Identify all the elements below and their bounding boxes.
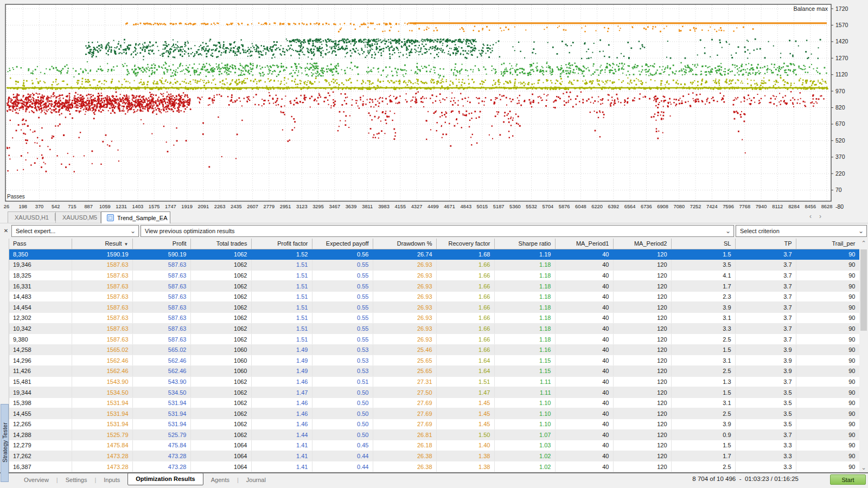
tester-tab-bar: Overview|Settings|InputsOptimization Res… <box>16 473 273 486</box>
scrollbar-thumb[interactable] <box>860 249 867 331</box>
cell-ma-period1: 40 <box>555 451 613 461</box>
column-header-profit[interactable]: Profit <box>132 239 190 249</box>
svg-text:6392: 6392 <box>608 204 620 209</box>
svg-text:5704: 5704 <box>542 204 554 209</box>
tab-scroll-arrows[interactable]: ‹› <box>809 213 829 220</box>
cell-recovery-factor: 1.45 <box>436 397 494 408</box>
cell-total-trades: 1062 <box>190 419 251 430</box>
select-criterion-value: Select criterion <box>740 228 780 234</box>
table-row[interactable]: 9,3801587.63587.6310621.510.5526.931.661… <box>9 334 859 345</box>
column-header-pass[interactable]: Pass <box>9 239 72 249</box>
table-row[interactable]: 16,3871473.28473.2810641.410.4426.381.38… <box>9 461 859 472</box>
table-row[interactable]: 19,3461587.63587.6310621.510.5526.931.66… <box>9 260 859 271</box>
table-row[interactable]: 8,3501590.19590.1910621.520.5626.741.681… <box>9 249 859 260</box>
chevron-down-icon: ⌄ <box>725 226 731 236</box>
tester-tab-journal[interactable]: Journal <box>239 474 273 485</box>
cell-sharpe-ratio: 1.11 <box>494 387 555 398</box>
table-row[interactable]: 12,3021587.63587.6310621.510.5526.931.66… <box>9 313 859 324</box>
svg-text:3983: 3983 <box>378 204 390 209</box>
tab-scroll-right-icon[interactable]: › <box>819 213 829 220</box>
column-header-tp[interactable]: TP <box>735 239 796 249</box>
column-header-sharpe-ratio[interactable]: Sharpe ratio <box>494 239 555 249</box>
tab-xauusd-h1[interactable]: XAUUSD,H1 <box>8 211 55 223</box>
tester-tab-inputs[interactable]: Inputs <box>96 474 127 485</box>
cell-ma-period1: 40 <box>555 397 613 408</box>
svg-text:3467: 3467 <box>329 204 340 209</box>
cell-sl: 2.5 <box>671 334 735 345</box>
table-row[interactable]: 14,4551531.94531.9410621.460.5027.691.45… <box>9 408 859 419</box>
scroll-up-icon[interactable]: ⌃ <box>859 239 868 248</box>
table-row[interactable]: 14,4541587.63587.6310621.510.5526.931.66… <box>9 302 859 313</box>
cell-profit-factor: 1.51 <box>251 334 312 345</box>
column-header-trail-per[interactable]: Trail_per <box>796 239 859 249</box>
cell-profit: 587.63 <box>132 281 190 292</box>
tab-trend-sample-ea[interactable]: Trend_Sample_EA <box>101 211 170 223</box>
svg-text:8628: 8628 <box>821 204 833 209</box>
cell-drawdown-: 26.93 <box>373 281 436 292</box>
start-button[interactable]: Start <box>830 474 866 485</box>
table-row[interactable]: 14,2881525.79525.7910621.440.5026.811.50… <box>9 429 859 440</box>
table-row[interactable]: 14,4831587.63587.6310621.510.5526.931.66… <box>9 291 859 302</box>
table-row[interactable]: 17,2621473.28473.2810641.410.4426.381.38… <box>9 451 859 461</box>
svg-text:1570: 1570 <box>835 22 848 28</box>
select-criterion-dropdown[interactable]: Select criterion ⌄ <box>736 225 867 237</box>
column-header-sl[interactable]: SL <box>671 239 735 249</box>
cell-drawdown-: 25.65 <box>373 355 436 366</box>
svg-text:3639: 3639 <box>346 204 357 209</box>
cell-trail-per: 90 <box>796 397 859 408</box>
tester-tab-overview[interactable]: Overview <box>16 474 56 485</box>
svg-text:7596: 7596 <box>723 204 734 209</box>
table-row[interactable]: 14,2581565.02565.0210601.490.5325.461.66… <box>9 344 859 355</box>
cell-drawdown-: 27.69 <box>373 408 436 419</box>
table-row[interactable]: 12,2791475.84475.8410641.410.4526.181.40… <box>9 440 859 451</box>
cell-trail-per: 90 <box>796 355 859 366</box>
table-row[interactable]: 12,2651531.94531.9410621.460.5027.691.45… <box>9 419 859 430</box>
table-row[interactable]: 10,3421587.63587.6310621.510.5526.931.66… <box>9 323 859 334</box>
cell-pass: 16,331 <box>9 281 72 292</box>
tester-tab-settings[interactable]: Settings <box>58 474 95 485</box>
strategy-tester-side-tab[interactable]: Strategy Tester <box>1 404 9 482</box>
optimization-scatter-chart[interactable]: 1720157014201270112097082067052037022070… <box>0 0 868 210</box>
cell-pass: 16,387 <box>9 461 72 472</box>
column-header-ma-period2[interactable]: MA_Period2 <box>613 239 671 249</box>
column-header-profit-factor[interactable]: Profit factor <box>251 239 312 249</box>
cell-drawdown-: 26.38 <box>373 461 436 472</box>
column-header-expected-payoff[interactable]: Expected payoff <box>312 239 373 249</box>
column-header-ma-period1[interactable]: MA_Period1 <box>555 239 613 249</box>
scroll-down-icon[interactable]: ⌄ <box>859 463 868 472</box>
cell-total-trades: 1060 <box>190 355 251 366</box>
cell-drawdown-: 26.81 <box>373 429 436 440</box>
table-row[interactable]: 15,3981531.94531.9410621.460.5027.691.45… <box>9 397 859 408</box>
table-row[interactable]: 16,3311587.63587.6310621.510.5526.931.66… <box>9 281 859 292</box>
cell-sl: 3.1 <box>671 355 735 366</box>
svg-text:2435: 2435 <box>231 204 242 209</box>
column-header-recovery-factor[interactable]: Recovery factor <box>436 239 494 249</box>
vertical-scrollbar[interactable]: ⌃ ⌄ <box>859 239 868 472</box>
cell-expected-payoff: 0.55 <box>312 302 373 313</box>
tester-tab-agents[interactable]: Agents <box>203 474 237 485</box>
optimization-chart-panel: 1720157014201270112097082067052037022070… <box>0 0 868 210</box>
svg-text:1575: 1575 <box>149 204 160 209</box>
table-row[interactable]: 15,4811543.90543.9010621.460.5127.311.51… <box>9 376 859 387</box>
table-row[interactable]: 19,3441534.50534.5010621.470.5027.501.47… <box>9 387 859 398</box>
cell-total-trades: 1064 <box>190 440 251 451</box>
table-row[interactable]: 11,4261562.46562.4610601.490.5325.651.64… <box>9 366 859 377</box>
tester-tab-optimization-results[interactable]: Optimization Results <box>127 473 203 485</box>
cell-profit-factor: 1.41 <box>251 451 312 461</box>
svg-text:70: 70 <box>835 187 842 193</box>
column-header-result[interactable]: Result▼ <box>72 239 132 249</box>
cell-tp: 3.3 <box>735 451 796 461</box>
column-header-total-trades[interactable]: Total trades <box>190 239 251 249</box>
close-icon[interactable]: ✕ <box>2 227 10 235</box>
tab-scroll-left-icon[interactable]: ‹ <box>809 213 819 220</box>
table-row[interactable]: 18,3251587.63587.6310621.510.5526.931.66… <box>9 270 859 281</box>
select-expert-dropdown[interactable]: Select expert... ⌄ <box>11 225 139 237</box>
column-header-drawdown-[interactable]: Drawdown % <box>373 239 436 249</box>
svg-text:4155: 4155 <box>394 204 406 209</box>
table-row[interactable]: 14,2961562.46562.4610601.490.5325.651.64… <box>9 355 859 366</box>
cell-drawdown-: 26.93 <box>373 313 436 324</box>
cell-result: 1587.63 <box>72 281 132 292</box>
cell-expected-payoff: 0.56 <box>312 249 373 260</box>
view-results-dropdown[interactable]: View previous optimization results ⌄ <box>141 225 734 237</box>
tab-xauusd-m5[interactable]: XAUUSD,M5 <box>55 211 101 223</box>
